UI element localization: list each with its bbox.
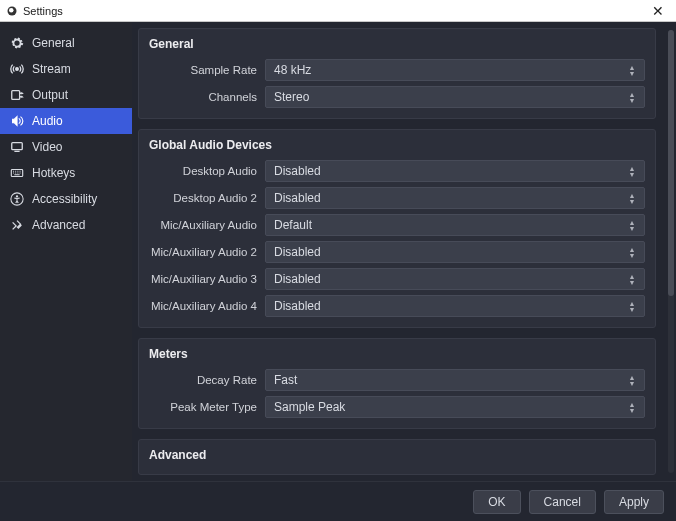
select-mic-aux-2[interactable]: Disabled ▲▼ — [265, 241, 645, 263]
sidebar-item-label: Advanced — [32, 218, 85, 232]
audio-icon — [10, 114, 24, 128]
section-title: Global Audio Devices — [149, 138, 645, 152]
gear-icon — [10, 36, 24, 50]
select-value: Stereo — [274, 90, 309, 104]
stream-icon — [10, 62, 24, 76]
section-title: General — [149, 37, 645, 51]
label-peak-meter: Peak Meter Type — [149, 401, 265, 413]
select-mic-aux-4[interactable]: Disabled ▲▼ — [265, 295, 645, 317]
hotkeys-icon — [10, 166, 24, 180]
sidebar-item-video[interactable]: Video — [0, 134, 132, 160]
section-devices: Global Audio Devices Desktop Audio Disab… — [138, 129, 656, 328]
row-peak-meter: Peak Meter Type Sample Peak ▲▼ — [149, 396, 645, 418]
stepper-icon: ▲▼ — [626, 166, 638, 177]
row-mic-aux-2: Mic/Auxiliary Audio 2 Disabled ▲▼ — [149, 241, 645, 263]
select-value: Disabled — [274, 191, 321, 205]
select-desktop-audio[interactable]: Disabled ▲▼ — [265, 160, 645, 182]
sidebar: General Stream Output Audio Video Hotkey… — [0, 22, 132, 481]
label-channels: Channels — [149, 91, 265, 103]
stepper-icon: ▲▼ — [626, 193, 638, 204]
row-mic-aux-3: Mic/Auxiliary Audio 3 Disabled ▲▼ — [149, 268, 645, 290]
svg-rect-5 — [11, 170, 22, 177]
label-mic-aux-4: Mic/Auxiliary Audio 4 — [149, 300, 265, 312]
stepper-icon: ▲▼ — [626, 375, 638, 386]
select-value: 48 kHz — [274, 63, 311, 77]
sidebar-item-hotkeys[interactable]: Hotkeys — [0, 160, 132, 186]
sidebar-item-stream[interactable]: Stream — [0, 56, 132, 82]
select-value: Disabled — [274, 299, 321, 313]
sidebar-item-audio[interactable]: Audio — [0, 108, 132, 134]
scrollbar-track[interactable] — [668, 30, 674, 473]
button-bar: OK Cancel Apply — [0, 481, 676, 521]
svg-point-7 — [16, 195, 18, 197]
stepper-icon: ▲▼ — [626, 274, 638, 285]
settings-pane: General Sample Rate 48 kHz ▲▼ Channels S… — [132, 22, 676, 481]
stepper-icon: ▲▼ — [626, 247, 638, 258]
video-icon — [10, 140, 24, 154]
svg-rect-4 — [12, 143, 23, 150]
sidebar-item-label: Stream — [32, 62, 71, 76]
stepper-icon: ▲▼ — [626, 220, 638, 231]
select-decay-rate[interactable]: Fast ▲▼ — [265, 369, 645, 391]
stepper-icon: ▲▼ — [626, 65, 638, 76]
section-general: General Sample Rate 48 kHz ▲▼ Channels S… — [138, 28, 656, 119]
label-mic-aux: Mic/Auxiliary Audio — [149, 219, 265, 231]
sidebar-item-label: Video — [32, 140, 62, 154]
label-sample-rate: Sample Rate — [149, 64, 265, 76]
titlebar: Settings ✕ — [0, 0, 676, 22]
select-value: Default — [274, 218, 312, 232]
select-desktop-audio-2[interactable]: Disabled ▲▼ — [265, 187, 645, 209]
advanced-icon — [10, 218, 24, 232]
sidebar-item-label: Accessibility — [32, 192, 97, 206]
section-advanced: Advanced — [138, 439, 656, 475]
row-desktop-audio-2: Desktop Audio 2 Disabled ▲▼ — [149, 187, 645, 209]
label-decay-rate: Decay Rate — [149, 374, 265, 386]
row-decay-rate: Decay Rate Fast ▲▼ — [149, 369, 645, 391]
sidebar-item-label: General — [32, 36, 75, 50]
apply-button[interactable]: Apply — [604, 490, 664, 514]
select-peak-meter[interactable]: Sample Peak ▲▼ — [265, 396, 645, 418]
close-icon[interactable]: ✕ — [646, 4, 670, 18]
select-value: Disabled — [274, 164, 321, 178]
row-desktop-audio: Desktop Audio Disabled ▲▼ — [149, 160, 645, 182]
ok-button[interactable]: OK — [473, 490, 520, 514]
section-title: Advanced — [149, 448, 645, 462]
sidebar-item-label: Audio — [32, 114, 63, 128]
output-icon — [10, 88, 24, 102]
label-desktop-audio: Desktop Audio — [149, 165, 265, 177]
svg-point-1 — [9, 8, 14, 13]
cancel-button[interactable]: Cancel — [529, 490, 596, 514]
row-channels: Channels Stereo ▲▼ — [149, 86, 645, 108]
select-value: Disabled — [274, 245, 321, 259]
sidebar-item-label: Hotkeys — [32, 166, 75, 180]
sidebar-item-general[interactable]: General — [0, 30, 132, 56]
label-desktop-audio-2: Desktop Audio 2 — [149, 192, 265, 204]
sidebar-item-label: Output — [32, 88, 68, 102]
svg-rect-3 — [12, 91, 20, 100]
row-mic-aux: Mic/Auxiliary Audio Default ▲▼ — [149, 214, 645, 236]
stepper-icon: ▲▼ — [626, 92, 638, 103]
select-mic-aux[interactable]: Default ▲▼ — [265, 214, 645, 236]
select-value: Fast — [274, 373, 297, 387]
select-sample-rate[interactable]: 48 kHz ▲▼ — [265, 59, 645, 81]
select-mic-aux-3[interactable]: Disabled ▲▼ — [265, 268, 645, 290]
select-channels[interactable]: Stereo ▲▼ — [265, 86, 645, 108]
stepper-icon: ▲▼ — [626, 402, 638, 413]
select-value: Sample Peak — [274, 400, 345, 414]
app-icon — [6, 5, 18, 17]
svg-point-2 — [16, 68, 19, 71]
label-mic-aux-3: Mic/Auxiliary Audio 3 — [149, 273, 265, 285]
accessibility-icon — [10, 192, 24, 206]
stepper-icon: ▲▼ — [626, 301, 638, 312]
sidebar-item-accessibility[interactable]: Accessibility — [0, 186, 132, 212]
sidebar-item-advanced[interactable]: Advanced — [0, 212, 132, 238]
label-mic-aux-2: Mic/Auxiliary Audio 2 — [149, 246, 265, 258]
window-title: Settings — [23, 5, 646, 17]
section-title: Meters — [149, 347, 645, 361]
select-value: Disabled — [274, 272, 321, 286]
section-meters: Meters Decay Rate Fast ▲▼ Peak Meter Typ… — [138, 338, 656, 429]
sidebar-item-output[interactable]: Output — [0, 82, 132, 108]
row-mic-aux-4: Mic/Auxiliary Audio 4 Disabled ▲▼ — [149, 295, 645, 317]
row-sample-rate: Sample Rate 48 kHz ▲▼ — [149, 59, 645, 81]
scrollbar-thumb[interactable] — [668, 30, 674, 296]
